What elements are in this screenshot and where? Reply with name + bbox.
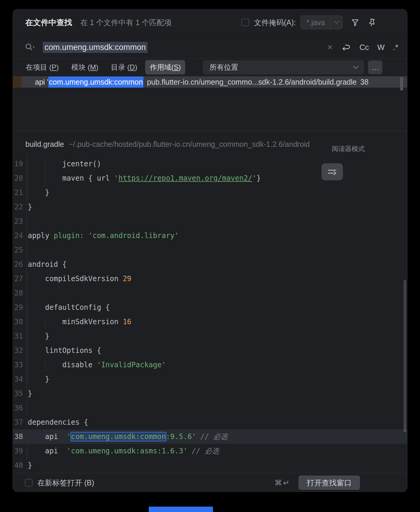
indent-guide (28, 300, 28, 315)
tab-directory[interactable]: 目录 (D) (106, 60, 142, 74)
reader-mode-label: 阅读器模式 (332, 144, 365, 153)
indent-guide (28, 272, 28, 286)
indent-guide (45, 157, 45, 171)
code-line: 31 } (13, 329, 407, 343)
file-mask-value: *.java (301, 18, 330, 27)
code-line: 20 maven { url 'https://repo1.maven.org/… (13, 171, 407, 185)
chevron-down-icon[interactable] (330, 16, 342, 29)
match-summary: 在 1 个文件中有 1 个匹配项 (80, 18, 172, 28)
result-row[interactable]: api 'com.umeng.umsdk:common pub.flutter-… (13, 76, 407, 88)
code-preview-editor: 19 jcenter()20 maven { url 'https://repo… (13, 153, 407, 473)
code-line: 30 minSdkVersion 16 (13, 315, 407, 329)
clear-search-icon[interactable]: × (327, 43, 333, 51)
code-line: 35} (13, 386, 407, 401)
line-number: 20 (13, 171, 23, 185)
dialog-header: 在文件中查找 在 1 个文件中有 1 个匹配项 文件掩码(A): *.java (13, 9, 407, 36)
result-line-number: 38 (360, 78, 369, 86)
pin-icon[interactable] (368, 18, 376, 27)
indent-guide (45, 171, 45, 185)
search-row: com.umeng.umsdk:common × Cc W .* (13, 36, 407, 59)
footer-actions: ⌘↵ 打开查找窗口 (275, 476, 360, 490)
code-line: 33 disable 'InvalidPackage' (13, 358, 407, 372)
tab-in-project[interactable]: 在项目 (P) (21, 60, 63, 74)
open-in-new-tab-checkbox[interactable] (25, 479, 33, 487)
file-mask-label: 文件掩码(A): (254, 18, 296, 28)
code-line: 25 (13, 243, 407, 257)
filter-icon[interactable] (351, 18, 359, 27)
dialog-footer: 在新标签打开 (B) ⌘↵ 打开查找窗口 (13, 473, 407, 492)
code-line: 38 api 'com.umeng.umsdk:common:9.5.6' //… (13, 429, 407, 444)
results-list: api 'com.umeng.umsdk:common pub.flutter-… (13, 76, 407, 131)
header-controls: 文件掩码(A): *.java (241, 16, 376, 29)
scope-location-select[interactable]: 所有位置 (203, 60, 364, 74)
indent-guide (28, 315, 28, 329)
code-line: 23 (13, 214, 407, 228)
indent-guide (28, 329, 28, 343)
line-number: 30 (13, 315, 23, 329)
line-number: 24 (13, 228, 23, 243)
code-line: 24apply plugin: 'com.android.library' (13, 228, 407, 243)
search-options: × Cc W .* (327, 43, 398, 52)
open-in-new-tab-label: 在新标签打开 (B) (37, 478, 94, 488)
code-line: 28 (13, 286, 407, 300)
line-number: 31 (13, 329, 23, 343)
code-line: 19 jcenter() (13, 157, 407, 171)
code-line: 32 lintOptions { (13, 343, 407, 358)
line-number: 34 (13, 372, 23, 386)
file-mask-combo[interactable]: *.java (301, 16, 343, 29)
line-number: 40 (13, 458, 23, 473)
tab-module[interactable]: 模块 (M) (67, 60, 103, 74)
indent-guide (28, 429, 28, 444)
result-row-stripe (13, 76, 22, 88)
indent-guide (28, 372, 28, 386)
indent-guide (45, 315, 45, 329)
indent-guide (28, 171, 28, 185)
line-number: 28 (13, 286, 23, 300)
match-case-toggle[interactable]: Cc (359, 43, 369, 52)
line-number: 33 (13, 358, 23, 372)
indent-guide (28, 157, 28, 171)
line-number: 38 (13, 429, 23, 444)
results-scrollbar-thumb[interactable] (400, 77, 403, 91)
line-number: 26 (13, 257, 23, 272)
line-number: 25 (13, 243, 23, 257)
indent-guide (28, 185, 28, 200)
line-number: 22 (13, 200, 23, 214)
file-mask-checkbox[interactable] (241, 19, 249, 26)
code-line: 29 defaultConfig { (13, 300, 407, 315)
regex-toggle[interactable]: .* (393, 43, 398, 52)
line-number: 36 (13, 401, 23, 415)
code-line: 22} (13, 200, 407, 214)
scope-more-button[interactable]: … (368, 60, 382, 74)
background-window-strip (149, 507, 213, 512)
line-number: 21 (13, 185, 23, 200)
newline-icon[interactable] (341, 43, 351, 52)
line-number: 32 (13, 343, 23, 358)
soft-wrap-button[interactable] (321, 163, 343, 180)
line-number: 35 (13, 386, 23, 401)
code-match-highlight: com.umeng.umsdk:common (71, 432, 166, 441)
find-in-files-dialog: 在文件中查找 在 1 个文件中有 1 个匹配项 文件掩码(A): *.java … (13, 9, 407, 492)
preview-file-name: build.gradle (25, 140, 64, 149)
search-icon[interactable] (25, 43, 35, 52)
code-line: 27 compileSdkVersion 29 (13, 272, 407, 286)
indent-guide (28, 444, 28, 458)
code-line: 39 api 'com.umeng.umsdk:asms:1.6.3' // 必… (13, 444, 407, 458)
line-number: 37 (13, 415, 23, 429)
scope-location-value: 所有位置 (209, 63, 238, 72)
code-lines: 19 jcenter()20 maven { url 'https://repo… (13, 157, 407, 473)
line-number: 19 (13, 157, 23, 171)
open-find-window-button[interactable]: 打开查找窗口 (298, 476, 360, 490)
result-match-highlight: com.umeng.umsdk:common (48, 77, 143, 88)
code-line: 26android { (13, 257, 407, 272)
indent-guide (28, 343, 28, 358)
line-number: 27 (13, 272, 23, 286)
words-toggle[interactable]: W (377, 43, 385, 52)
editor-scrollbar-thumb[interactable] (404, 280, 406, 432)
chevron-down-icon (353, 65, 359, 69)
code-url-link[interactable]: https://repo1.maven.org/maven2/ (118, 174, 252, 182)
code-line: 21 } (13, 185, 407, 200)
tab-scope[interactable]: 作用域(S) (145, 60, 185, 74)
indent-guide (28, 358, 28, 372)
search-input[interactable]: com.umeng.umsdk:common (43, 42, 148, 53)
